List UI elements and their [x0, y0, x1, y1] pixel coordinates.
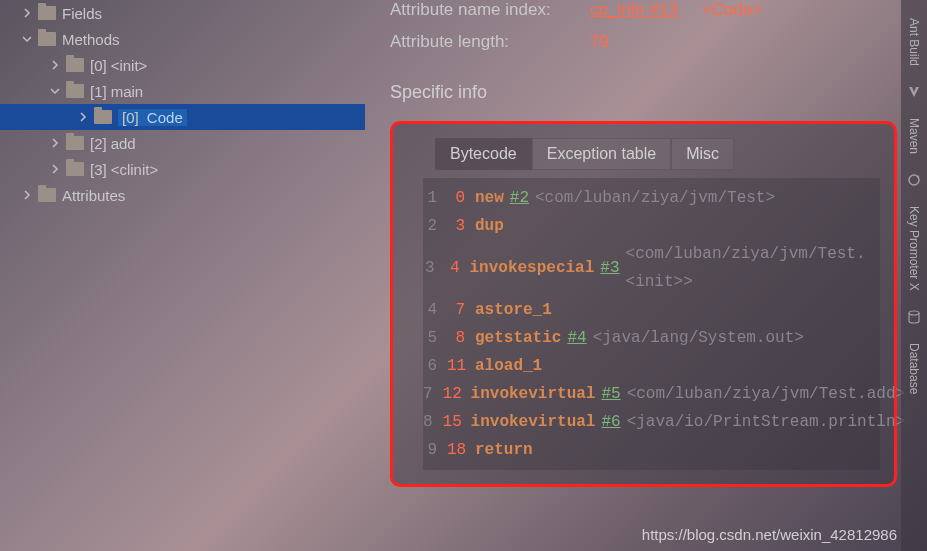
- opcode: invokevirtual: [471, 408, 596, 436]
- tree-index: [2]: [90, 135, 107, 152]
- opcode: astore_1: [475, 296, 552, 324]
- tree-index: [0]: [90, 57, 107, 74]
- tree-label: <clinit>: [111, 161, 159, 178]
- bytecode-line: 712invokevirtual#5<com/luban/ziya/jvm/Te…: [423, 380, 880, 408]
- cp-ref-link[interactable]: #5: [601, 380, 620, 408]
- watermark: https://blog.csdn.net/weixin_42812986: [642, 526, 897, 543]
- bytecode-line: 815invokevirtual#6<java/io/PrintStream.p…: [423, 408, 880, 436]
- tabs: Bytecode Exception table Misc: [435, 138, 894, 170]
- right-tab-key-promoter[interactable]: Key Promoter X: [905, 196, 923, 301]
- database-icon: [906, 309, 922, 325]
- line-number: 9: [423, 436, 447, 464]
- folder-icon: [94, 110, 112, 124]
- line-number: 3: [423, 254, 445, 282]
- tree-node-methods[interactable]: Methods: [0, 26, 365, 52]
- folder-icon: [38, 188, 56, 202]
- bytecode-comment: <java/io/PrintStream.println>: [627, 408, 905, 436]
- chevron-right-icon[interactable]: [48, 162, 62, 176]
- drag-handle-icon[interactable]: ⋮⋮: [366, 456, 379, 476]
- opcode: return: [475, 436, 533, 464]
- opcode: aload_1: [475, 352, 542, 380]
- chevron-right-icon[interactable]: [76, 110, 90, 124]
- tree-node-add[interactable]: [2] add: [0, 130, 365, 156]
- tab-misc[interactable]: Misc: [671, 138, 734, 170]
- bytecode-line: 34invokespecial#3<com/luban/ziya/jvm/Tes…: [423, 240, 880, 296]
- tree-label: Code: [147, 109, 183, 126]
- bytecode-comment: <com/luban/ziya/jvm/Test.add>: [627, 380, 905, 408]
- folder-icon: [38, 32, 56, 46]
- bytecode-offset: 7: [447, 296, 475, 324]
- tree-label: main: [111, 83, 144, 100]
- tree-node-code-selected[interactable]: [0] Code: [0, 104, 365, 130]
- attr-value: 79: [590, 32, 609, 52]
- bytecode-listing: 10new#2<com/luban/ziya/jvm/Test>23dup34i…: [423, 178, 880, 470]
- chevron-right-icon[interactable]: [20, 188, 34, 202]
- opcode: invokevirtual: [471, 380, 596, 408]
- tree-label: add: [111, 135, 136, 152]
- tree-index: [3]: [90, 161, 107, 178]
- bytecode-offset: 11: [447, 352, 475, 380]
- folder-icon: [66, 136, 84, 150]
- bytecode-offset: 4: [445, 254, 470, 282]
- folder-icon: [66, 84, 84, 98]
- cp-ref-link[interactable]: #2: [510, 184, 529, 212]
- bytecode-offset: 15: [443, 408, 471, 436]
- line-number: 5: [423, 324, 447, 352]
- cp-ref-link[interactable]: #6: [601, 408, 620, 436]
- chevron-right-icon[interactable]: [48, 136, 62, 150]
- bytecode-line: 10new#2<com/luban/ziya/jvm/Test>: [423, 184, 880, 212]
- bytecode-box: Bytecode Exception table Misc 10new#2<co…: [390, 121, 897, 487]
- bytecode-line: 47astore_1: [423, 296, 880, 324]
- tree-label: Fields: [62, 5, 102, 22]
- chevron-right-icon[interactable]: [48, 58, 62, 72]
- line-number: 8: [423, 408, 443, 436]
- tab-bytecode[interactable]: Bytecode: [435, 138, 532, 170]
- chevron-right-icon[interactable]: [20, 6, 34, 20]
- cp-info-link[interactable]: cp_info #13: [590, 0, 678, 20]
- refresh-icon: [906, 172, 922, 188]
- bytecode-line: 23dup: [423, 212, 880, 240]
- line-number: 7: [423, 380, 443, 408]
- content-panel: Attribute name index: cp_info #13 <Code>…: [390, 0, 897, 551]
- bytecode-line: 58getstatic#4<java/lang/System.out>: [423, 324, 880, 352]
- tree-node-clinit[interactable]: [3] <clinit>: [0, 156, 365, 182]
- right-tab-ant-build[interactable]: Ant Build: [905, 8, 923, 76]
- tree-label: Methods: [62, 31, 120, 48]
- section-title: Specific info: [390, 82, 897, 103]
- maven-icon: [906, 84, 922, 100]
- tree-label: Attributes: [62, 187, 125, 204]
- bytecode-offset: 12: [443, 380, 471, 408]
- right-tab-maven[interactable]: Maven: [905, 108, 923, 164]
- tab-exception-table[interactable]: Exception table: [532, 138, 671, 170]
- chevron-down-icon[interactable]: [48, 84, 62, 98]
- attr-label: Attribute name index:: [390, 0, 590, 20]
- svg-point-1: [909, 311, 919, 315]
- bytecode-comment: <com/luban/ziya/jvm/Test>: [535, 184, 775, 212]
- tree-label: <init>: [111, 57, 148, 74]
- tree-index: [0]: [122, 109, 139, 126]
- attr-tag: <Code>: [702, 0, 763, 20]
- line-number: 4: [423, 296, 447, 324]
- line-number: 1: [423, 184, 447, 212]
- bytecode-comment: <java/lang/System.out>: [593, 324, 804, 352]
- opcode: new: [475, 184, 504, 212]
- tree-node-main[interactable]: [1] main: [0, 78, 365, 104]
- chevron-down-icon[interactable]: [20, 32, 34, 46]
- tree-panel: Fields Methods [0] <init> [1] main [0] C…: [0, 0, 365, 551]
- tree-node-fields[interactable]: Fields: [0, 0, 365, 26]
- bytecode-offset: 0: [447, 184, 475, 212]
- line-number: 6: [423, 352, 447, 380]
- bytecode-offset: 3: [447, 212, 475, 240]
- cp-ref-link[interactable]: #3: [600, 254, 619, 282]
- right-toolbar: Ant Build Maven Key Promoter X Database: [901, 0, 927, 551]
- attr-label: Attribute length:: [390, 32, 590, 52]
- attr-row-length: Attribute length: 79: [390, 32, 897, 52]
- tree-node-init[interactable]: [0] <init>: [0, 52, 365, 78]
- right-tab-database[interactable]: Database: [905, 333, 923, 404]
- tree-node-attributes[interactable]: Attributes: [0, 182, 365, 208]
- bytecode-offset: 18: [447, 436, 475, 464]
- cp-ref-link[interactable]: #4: [567, 324, 586, 352]
- opcode: getstatic: [475, 324, 561, 352]
- line-number: 2: [423, 212, 447, 240]
- tree-index: [1]: [90, 83, 107, 100]
